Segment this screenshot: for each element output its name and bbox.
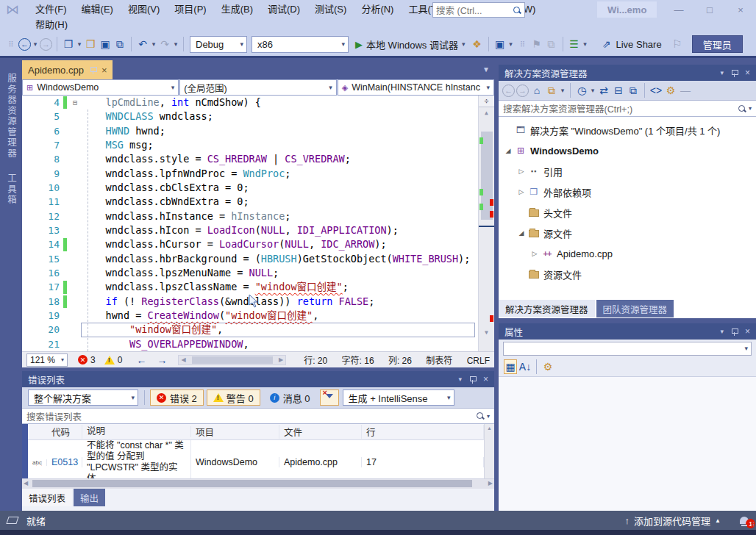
search-options-caret[interactable]: ▾ (749, 105, 752, 112)
pin-panel-icon[interactable] (731, 69, 738, 77)
close-tab-icon[interactable]: × (101, 65, 107, 76)
editor-horizontal-scrollbar[interactable]: ◀ ▶ (178, 355, 286, 365)
chevron-expanded-icon[interactable]: ◢ (516, 229, 527, 237)
code-line-7[interactable]: 7 MSG msg; (22, 138, 494, 152)
code-line-6[interactable]: 6 HWND hwnd; (22, 124, 494, 138)
se-switch-views-icon[interactable]: ⧉ (545, 83, 558, 98)
code-line-13[interactable]: 13 wndclass.hIcon = LoadIcon(NULL, IDI_A… (22, 223, 494, 237)
menu-item-7[interactable]: 分析(N) (354, 1, 401, 18)
se-switch-caret[interactable]: ▾ (560, 83, 566, 98)
search-options-caret[interactable]: ▾ (487, 413, 490, 420)
menu-item-6[interactable]: 测试(S) (307, 1, 354, 18)
properties-object-dropdown[interactable]: ▾ (499, 340, 756, 357)
navigate-back-icon[interactable]: ← (136, 354, 146, 366)
code-line-5[interactable]: 5 WNDCLASS wndclass; (22, 109, 494, 123)
code-line-9[interactable]: 9 wndclass.lpfnWndProc = WndProc; (22, 167, 494, 181)
navigate-forward-icon[interactable]: → (157, 354, 167, 366)
navigate-forward-icon[interactable]: → (40, 38, 52, 51)
tree-item-apidemo-cpp[interactable]: ▷++Apidemo.cpp (499, 243, 756, 264)
se-sync-icon[interactable]: ⇄ (597, 83, 610, 98)
undo-caret[interactable]: ▾ (151, 37, 157, 51)
warnings-toggle-button[interactable]: 警告 0 (207, 389, 260, 406)
code-editor[interactable]: ÷ ▲ ▼ 4⊟ lpCmdLine, int nCmdShow) {5 WND… (22, 96, 494, 351)
undo-icon[interactable]: ↶ (136, 37, 149, 51)
close-button[interactable]: × (725, 0, 756, 19)
pin-tab-icon[interactable] (90, 66, 96, 74)
navigate-back-caret[interactable]: ▾ (32, 37, 38, 51)
column-description-header[interactable]: 说明 (82, 426, 191, 437)
tree-item--[interactable]: ▷▪▪引用 (499, 161, 756, 182)
server-explorer-vertical-tab[interactable]: 服务器资源管理器 (0, 66, 23, 166)
code-line-14[interactable]: 14 wndclass.hCursor = LoadCursor(NULL, I… (22, 237, 494, 251)
menu-item-1[interactable]: 编辑(E) (74, 1, 121, 18)
object-dropdown-box[interactable]: ▾ (503, 342, 752, 356)
se-collapse-all-icon[interactable]: ⊟ (612, 83, 625, 98)
bottom-tab-1[interactable]: 输出 (74, 489, 105, 506)
chevron-expanded-icon[interactable]: ◢ (503, 147, 513, 154)
scroll-right-icon[interactable]: ▶ (488, 480, 493, 486)
tree-item--[interactable]: ▷❒外部依赖项 (499, 182, 756, 202)
nav-scope-dropdown[interactable]: (全局范围) ▾ (179, 79, 336, 96)
error-scope-dropdown[interactable]: 整个解决方案▾ (28, 389, 138, 406)
copy-icon[interactable]: ⧉ (545, 37, 558, 51)
editor-error-count[interactable]: ✕ 3 (78, 355, 96, 365)
filter-button[interactable] (320, 389, 339, 406)
window-menu-icon[interactable]: ▾ (720, 328, 724, 335)
se-home-icon[interactable]: ⌂ (530, 83, 543, 98)
breakpoints-caret[interactable]: ▾ (508, 37, 514, 51)
solution-explorer-header[interactable]: 解决方案资源管理器 ▾ × (499, 65, 756, 81)
toolbar-grip[interactable]: ⠿ (516, 37, 529, 51)
code-line-8[interactable]: 8 wndclass.style = CS_HREDRAW | CS_VREDR… (22, 152, 494, 166)
bottom-tab-0[interactable]: 解决方案资源管理器 (499, 300, 595, 317)
error-table-horizontal-scrollbar[interactable]: ◀ ▶ (22, 478, 494, 489)
se-pending-caret[interactable]: ▾ (590, 83, 596, 98)
source-control-caret[interactable]: ▲ (715, 517, 721, 524)
error-list-search[interactable]: 搜索错误列表 ▾ (22, 408, 494, 424)
solution-platform-dropdown[interactable]: x86▾ (252, 36, 349, 53)
close-panel-icon[interactable]: × (745, 326, 750, 337)
notifications-bell-icon[interactable]: 1 (740, 517, 749, 524)
code-line-4[interactable]: 4⊟ lpCmdLine, int nCmdShow) { (22, 96, 494, 109)
menu-item-2[interactable]: 视图(V) (121, 1, 167, 18)
code-line-12[interactable]: 12 wndclass.hInstance = hInstance; (22, 209, 494, 223)
tree-item--[interactable]: 资源文件 (499, 264, 756, 284)
save-icon[interactable]: ▣ (99, 37, 112, 51)
pin-panel-icon[interactable] (731, 328, 738, 336)
fold-collapse-icon[interactable]: ⊟ (68, 96, 82, 109)
chevron-collapsed-icon[interactable]: ▷ (529, 250, 540, 257)
se-preview-icon[interactable]: ⧉ (627, 83, 640, 98)
menu-item-help[interactable]: 帮助(H) (28, 17, 75, 33)
code-line-19[interactable]: 19 hwnd = CreateWindow("window窗口创建", (22, 309, 494, 323)
live-share-button[interactable]: ⇗ Live Share (599, 37, 662, 51)
se-dash-icon[interactable]: — (679, 83, 692, 98)
solution-explorer-search[interactable]: 搜索解决方案资源管理器(Ctrl+;) ▾ (499, 100, 756, 117)
tabs-indicator[interactable]: 制表符 (426, 356, 452, 366)
indent-caret[interactable]: ▾ (582, 37, 588, 51)
column-line-header[interactable]: 行 (362, 425, 484, 439)
solution-configuration-dropdown[interactable]: Debug▾ (190, 36, 247, 53)
h-scrollbar-thumb[interactable] (32, 480, 472, 487)
feedback-icon[interactable]: ⚐ (671, 37, 684, 51)
error-list-header[interactable]: 错误列表 ▾ × (22, 371, 494, 387)
pin-tab-icon[interactable]: ⚑ (530, 37, 543, 51)
code-line-10[interactable]: 10 wndclass.cbClsExtra = 0; (22, 181, 494, 195)
pin-panel-icon[interactable] (469, 376, 476, 384)
props-property-pages-icon[interactable]: ⚙ (541, 359, 554, 374)
close-panel-icon[interactable]: × (483, 374, 488, 384)
se-forward-icon[interactable]: → (516, 85, 529, 97)
line-indent-icon[interactable]: ☰ (568, 37, 581, 51)
scroll-left-icon[interactable]: ◀ (24, 480, 28, 486)
se-back-icon[interactable]: ← (502, 85, 515, 97)
error-row-e0513[interactable]: abcE0513不能将 "const char *" 类型的值 分配到 "LPC… (28, 440, 484, 478)
code-line-18[interactable]: 18 if (! RegisterClass(&wndclass)) retur… (22, 295, 494, 309)
new-file-icon[interactable]: ❐ (62, 37, 75, 51)
open-folder-icon[interactable]: ❒ (84, 37, 97, 51)
scroll-left-icon[interactable]: ◀ (181, 356, 185, 363)
menu-item-3[interactable]: 项目(P) (167, 1, 213, 18)
menu-item-5[interactable]: 调试(D) (260, 1, 307, 18)
close-panel-icon[interactable]: × (745, 68, 750, 78)
nav-project-dropdown[interactable]: ⊞ WindowsDemo ▾ (22, 79, 179, 96)
new-file-caret[interactable]: ▾ (76, 37, 82, 51)
save-all-icon[interactable]: ⧉ (113, 37, 126, 51)
tree-item--[interactable]: ◢源文件 (499, 223, 756, 243)
